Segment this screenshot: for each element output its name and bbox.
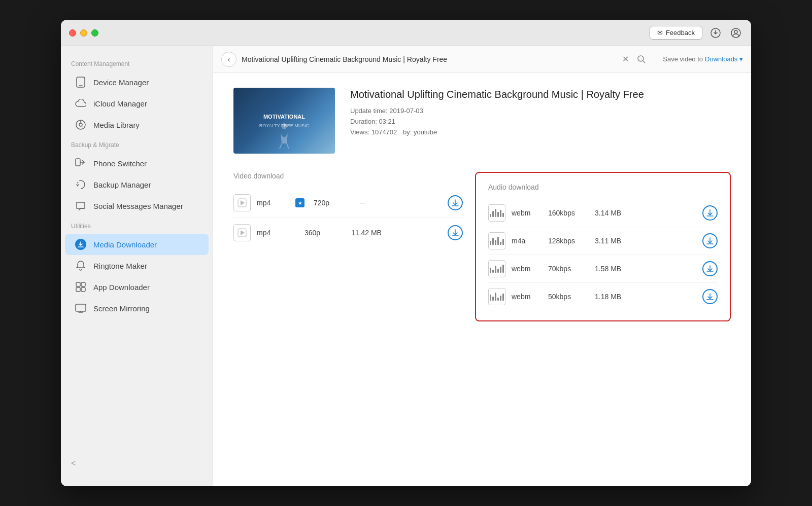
- sidebar-item-ringtone-maker[interactable]: Ringtone Maker: [65, 255, 209, 276]
- video-thumbnail: MOTIVATIONAL ROYALTY FREE MUSIC: [233, 88, 335, 154]
- svg-rect-11: [81, 282, 85, 286]
- duration-label: Duration:: [350, 118, 377, 125]
- audio-bars-icon-3: [490, 265, 504, 273]
- audio-download-button-4[interactable]: [702, 289, 718, 304]
- audio-download-item-4: webm 50kbps 1.18 MB: [488, 283, 718, 310]
- app-window: ✉ Feedback Content Management: [61, 20, 751, 486]
- backup-migrate-label: Backup & Migrate: [61, 141, 213, 153]
- audio-download-button-1[interactable]: [702, 205, 718, 221]
- sidebar-label-screen-mirroring: Screen Mirroring: [93, 304, 150, 313]
- video-format-name-2: mp4: [257, 229, 287, 237]
- sidebar-item-screen-mirroring[interactable]: Screen Mirroring: [65, 298, 209, 319]
- svg-point-17: [282, 123, 287, 129]
- sidebar-label-ringtone-maker: Ringtone Maker: [93, 262, 147, 270]
- downloads-section: Video download mp4 ★ 720p --: [233, 172, 731, 321]
- video-download-panel: Video download mp4 ★ 720p --: [233, 172, 463, 321]
- save-location-text: Downloads: [705, 55, 737, 63]
- video-update-time: Update time: 2019-07-03: [350, 107, 731, 115]
- update-time-value: 2019-07-03: [389, 107, 423, 115]
- mirror-icon: [75, 303, 86, 314]
- audio-download-button-2[interactable]: [702, 233, 718, 248]
- main-layout: Content Management Device Manager iCloud…: [61, 46, 751, 486]
- audio-format-name-2: m4a: [512, 237, 542, 245]
- audio-bars-icon-2: [490, 237, 504, 245]
- svg-line-16: [643, 60, 646, 63]
- cloud-icon: [75, 98, 86, 109]
- by-label: by:: [403, 128, 412, 136]
- sidebar-label-backup-manager: Backup Manager: [93, 180, 151, 189]
- close-button[interactable]: [69, 29, 76, 37]
- video-format-icon-2: [233, 224, 251, 241]
- video-size-dash-1: --: [360, 199, 381, 207]
- audio-download-title: Audio download: [488, 183, 718, 191]
- audio-bitrate-2: 128kbps: [548, 237, 589, 245]
- audio-format-icon-4: [488, 288, 505, 305]
- audio-format-name-3: webm: [512, 265, 542, 273]
- audio-download-button-3[interactable]: [702, 261, 718, 276]
- switcher-icon: [75, 158, 86, 169]
- save-location-link[interactable]: Downloads ▾: [705, 55, 743, 63]
- sidebar-item-backup-manager[interactable]: Backup Manager: [65, 174, 209, 195]
- video-download-title: Video download: [233, 172, 463, 180]
- video-download-item-1: mp4 ★ 720p --: [233, 188, 463, 218]
- back-button[interactable]: ‹: [221, 52, 236, 67]
- download-icon-button[interactable]: [708, 26, 723, 40]
- svg-point-2: [734, 30, 737, 33]
- sidebar-item-device-manager[interactable]: Device Manager: [65, 71, 209, 93]
- download-circle-icon: [710, 28, 721, 38]
- sidebar-label-app-downloader: App Downloader: [93, 283, 150, 292]
- search-icon-button[interactable]: [635, 53, 648, 65]
- svg-point-6: [79, 123, 82, 126]
- sidebar-item-app-downloader[interactable]: App Downloader: [65, 276, 209, 298]
- audio-format-icon-1: [488, 204, 505, 222]
- phone-icon: [75, 77, 86, 88]
- email-icon: ✉: [657, 29, 663, 37]
- views-label: Views:: [350, 128, 369, 136]
- svg-rect-12: [76, 287, 80, 292]
- chevron-down-icon: ▾: [739, 55, 743, 63]
- svg-marker-19: [241, 200, 245, 205]
- sidebar-label-icloud-manager: iCloud Manager: [93, 99, 147, 108]
- sidebar-label-device-manager: Device Manager: [93, 78, 149, 87]
- collapse-button[interactable]: <: [71, 459, 202, 468]
- video-quality-2: 360p: [304, 229, 345, 237]
- by-value: youtube: [414, 128, 437, 136]
- audio-bars-icon-1: [490, 209, 504, 217]
- video-download-button-1[interactable]: [448, 195, 463, 210]
- backup-icon: [75, 179, 86, 190]
- video-download-button-2[interactable]: [448, 225, 463, 240]
- title-bar: ✉ Feedback: [61, 20, 751, 46]
- duration-value: 03:21: [379, 118, 395, 125]
- save-video-section: Save video to Downloads ▾: [663, 55, 743, 63]
- audio-download-item-3: webm 70kbps 1.58 MB: [488, 255, 718, 283]
- svg-rect-8: [76, 159, 80, 166]
- minimize-button[interactable]: [80, 29, 87, 37]
- video-format-name-1: mp4: [257, 199, 287, 207]
- audio-size-1: 3.14 MB: [595, 209, 696, 217]
- traffic-lights: [69, 29, 98, 37]
- user-icon: [731, 28, 741, 38]
- audio-format-name-1: webm: [512, 209, 542, 217]
- profile-icon-button[interactable]: [729, 26, 743, 40]
- sidebar-item-media-library[interactable]: Media Library: [65, 114, 209, 135]
- video-quality-1: 720p: [314, 199, 354, 207]
- close-icon-button[interactable]: ✕: [619, 53, 631, 65]
- toolbar-title: Motivational Uplifting Cinematic Backgro…: [242, 55, 614, 63]
- content-toolbar: ‹ Motivational Uplifting Cinematic Backg…: [213, 46, 751, 73]
- feedback-label: Feedback: [666, 29, 695, 37]
- maximize-button[interactable]: [91, 29, 98, 37]
- app-icon: [75, 281, 86, 293]
- sidebar-item-phone-switcher[interactable]: Phone Switcher: [65, 153, 209, 174]
- download-icon: [75, 239, 86, 250]
- sidebar-item-icloud-manager[interactable]: iCloud Manager: [65, 93, 209, 114]
- audio-download-item-1: webm 160kbps 3.14 MB: [488, 199, 718, 227]
- sidebar-item-social-messages[interactable]: Social Messages Manager: [65, 195, 209, 216]
- sidebar-bottom: <: [61, 451, 213, 476]
- sidebar-item-media-downloader[interactable]: Media Downloader: [65, 234, 209, 255]
- feedback-button[interactable]: ✉ Feedback: [650, 26, 702, 40]
- sidebar-label-media-library: Media Library: [93, 121, 140, 129]
- sidebar: Content Management Device Manager iCloud…: [61, 46, 213, 486]
- update-time-label: Update time:: [350, 107, 388, 115]
- audio-format-icon-3: [488, 260, 505, 277]
- audio-size-4: 1.18 MB: [595, 293, 696, 301]
